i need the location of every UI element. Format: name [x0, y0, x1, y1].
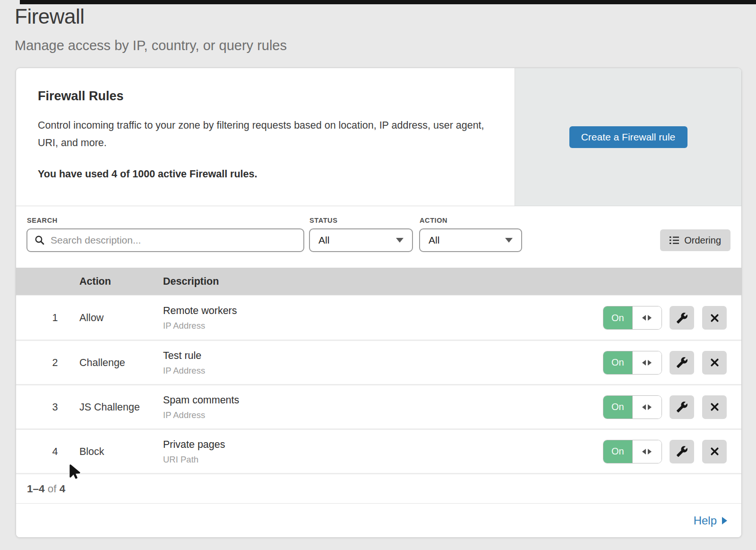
delete-rule-button[interactable] — [702, 395, 727, 419]
rules-table-body: 1 Allow Remote workers IP Address On 2 C… — [16, 295, 741, 473]
close-icon — [709, 402, 720, 412]
rule-match-field: IP Address — [163, 321, 237, 331]
search-input[interactable] — [51, 235, 297, 246]
rules-intro-section: Firewall Rules Control incoming traffic … — [16, 68, 741, 206]
action-selected-value: All — [429, 235, 439, 246]
status-selected-value: All — [318, 235, 329, 246]
toggle-on-label: On — [603, 440, 633, 463]
rule-description-cell: Spam comments IP Address — [163, 394, 239, 420]
column-header-action: Action — [79, 276, 111, 288]
rule-description: Remote workers — [163, 305, 237, 317]
rule-action: JS Challenge — [79, 401, 140, 413]
rule-description: Spam comments — [163, 394, 239, 406]
arrow-right-icon — [648, 404, 652, 410]
rule-description: Test rule — [163, 349, 205, 361]
toggle-on-label: On — [603, 306, 633, 329]
wrench-icon — [676, 401, 688, 413]
delete-rule-button[interactable] — [702, 351, 727, 375]
toggle-handle[interactable] — [633, 396, 662, 419]
toggle-on-label: On — [603, 396, 633, 419]
delete-rule-button[interactable] — [702, 306, 727, 330]
search-icon — [34, 235, 45, 246]
rule-match-field: IP Address — [163, 410, 239, 420]
rule-enabled-toggle[interactable]: On — [603, 351, 662, 375]
edit-rule-button[interactable] — [670, 440, 694, 463]
status-label: STATUS — [309, 217, 337, 224]
rule-description: Private pages — [163, 438, 225, 450]
rule-action: Block — [79, 445, 104, 457]
firewall-rules-card: Firewall Rules Control incoming traffic … — [16, 68, 742, 538]
arrow-right-icon — [722, 517, 727, 524]
create-rule-panel: Create a Firewall rule — [515, 68, 741, 206]
firewall-page: Firewall Manage access by IP, country, o… — [0, 0, 756, 550]
search-box[interactable] — [26, 228, 304, 252]
ordering-button-label: Ordering — [684, 235, 721, 246]
wrench-icon — [676, 312, 688, 324]
chevron-down-icon — [396, 238, 404, 243]
edit-rule-button[interactable] — [670, 395, 694, 419]
wrench-icon — [676, 357, 688, 368]
action-label: ACTION — [420, 217, 447, 224]
rule-description-cell: Remote workers IP Address — [163, 305, 237, 331]
edit-rule-button[interactable] — [670, 306, 694, 330]
table-row: 4 Block Private pages URI Path On — [16, 428, 741, 473]
arrow-right-icon — [648, 360, 652, 366]
page-title: Firewall — [15, 5, 85, 28]
chevron-down-icon — [505, 238, 513, 243]
page-subtitle: Manage access by IP, country, or query r… — [15, 38, 287, 53]
close-icon — [709, 446, 720, 457]
table-header: Action Description — [16, 268, 741, 295]
rule-description-cell: Private pages URI Path — [163, 438, 225, 464]
ordered-list-icon — [670, 236, 679, 244]
arrow-left-icon — [642, 449, 646, 454]
edit-rule-button[interactable] — [670, 351, 694, 375]
rule-description-cell: Test rule IP Address — [163, 349, 205, 375]
pagination-of: of — [48, 483, 57, 495]
help-link[interactable]: Help — [694, 514, 727, 527]
table-row: 2 Challenge Test rule IP Address On — [16, 340, 741, 384]
create-firewall-rule-button[interactable]: Create a Firewall rule — [569, 126, 687, 148]
toggle-handle[interactable] — [633, 351, 662, 374]
close-icon — [709, 357, 720, 368]
help-row: Help — [16, 503, 741, 537]
rules-description: Control incoming traffic to your zone by… — [38, 117, 489, 152]
rules-usage-count: You have used 4 of 1000 active Firewall … — [38, 168, 496, 180]
pagination-status: 1–4 of 4 — [27, 483, 65, 495]
arrow-right-icon — [648, 449, 652, 454]
toggle-handle[interactable] — [633, 306, 662, 329]
rule-action: Allow — [79, 312, 103, 324]
rule-priority: 4 — [44, 445, 66, 457]
arrow-left-icon — [642, 360, 646, 366]
toggle-on-label: On — [603, 351, 633, 374]
column-header-description: Description — [163, 276, 219, 288]
window-top-edge — [20, 0, 756, 4]
rule-priority: 1 — [44, 312, 66, 324]
search-label: SEARCH — [27, 217, 58, 224]
arrow-left-icon — [642, 315, 646, 321]
wrench-icon — [676, 445, 688, 457]
action-select[interactable]: All — [419, 228, 522, 252]
table-row: 1 Allow Remote workers IP Address On — [16, 295, 741, 340]
rule-enabled-toggle[interactable]: On — [603, 395, 662, 419]
toggle-handle[interactable] — [633, 440, 662, 463]
close-icon — [709, 313, 720, 323]
delete-rule-button[interactable] — [702, 440, 727, 463]
rule-match-field: URI Path — [163, 454, 225, 464]
arrow-left-icon — [642, 404, 646, 410]
rule-priority: 3 — [44, 401, 66, 413]
pagination-total: 4 — [60, 483, 66, 495]
status-select[interactable]: All — [309, 228, 413, 252]
pagination-range: 1–4 — [27, 483, 45, 495]
arrow-right-icon — [648, 315, 652, 321]
table-row: 3 JS Challenge Spam comments IP Address … — [16, 384, 741, 428]
rule-match-field: IP Address — [163, 365, 205, 375]
ordering-button[interactable]: Ordering — [660, 229, 730, 251]
rule-priority: 2 — [44, 357, 66, 368]
table-footer: 1–4 of 4 — [16, 473, 741, 503]
filter-bar: SEARCH STATUS All ACTION All — [16, 206, 741, 268]
help-link-label: Help — [694, 514, 717, 527]
rules-heading: Firewall Rules — [38, 89, 496, 104]
rule-enabled-toggle[interactable]: On — [603, 306, 662, 330]
rule-action: Challenge — [79, 357, 125, 368]
rule-enabled-toggle[interactable]: On — [603, 440, 662, 463]
